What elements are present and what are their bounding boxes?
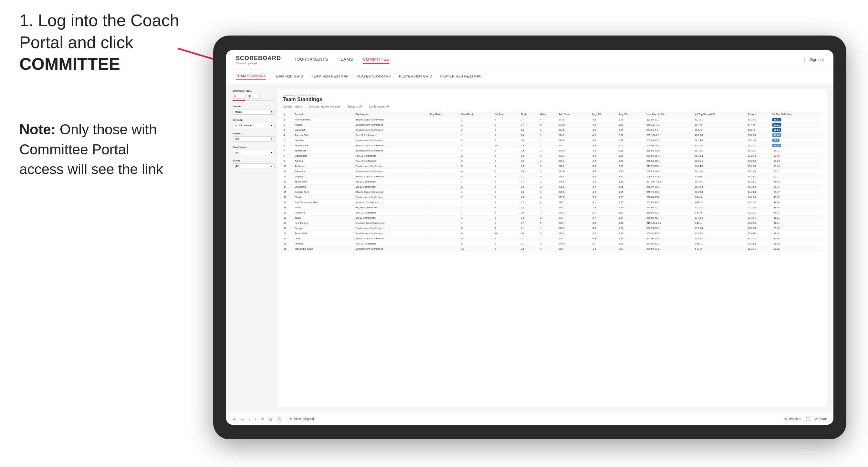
sidebar-max-val[interactable]: 30 [247,94,260,98]
sidebar-conference-control[interactable]: (All) ▾ [232,150,275,155]
undo-icon[interactable]: ↩ [232,417,236,422]
sidebar-region: Region N/A ▾ [232,132,275,142]
table-row: 5 Ole Miss Southeastern Conference - 3 6… [283,138,822,143]
filter-division: Division: NCAA Division I [309,105,341,108]
sidebar-conference: Conference (All) ▾ [232,146,275,155]
step-number: 1. [20,11,33,30]
content-panel: Update time: 27/03/2024 16:56:26 Team St… [278,90,827,407]
sub-nav-player-h2h-grid[interactable]: PLAYER H2H GRID [399,73,432,80]
table-row: 1 North Carolina Atlantic Coast Conferen… [283,117,822,122]
standings-table: # School Conference Reg Rank Conf Rank N… [283,112,822,252]
table-row: 4 Arizona State Pac-12 Conference - 1 8 … [283,133,822,138]
table-row: 3 Vanderbilt Southeastern Conference - 2… [283,128,822,133]
expand-icon[interactable]: ⛶ [806,417,809,422]
clock-icon[interactable]: 🕐 [277,417,282,422]
filter-gender: Gender: Men's [283,105,302,108]
col-adj-score: Adj. Score [558,112,591,117]
sub-nav: TEAM SUMMARY TEAM H2H GRID TEAM H2H HEAT… [226,69,833,83]
sign-out-button[interactable]: Sign out [804,58,824,62]
tablet-screen: SCOREBOARD Powered by clippd TOURNAMENTS… [226,50,833,425]
col-no-tour: No Tour [494,112,520,117]
redo-icon[interactable]: ↪ [241,417,244,422]
slider-fill [232,100,245,101]
table-row: 14 Oklahoma Big 12 Conference - 2 8 24 2… [283,184,822,190]
conference-filter-label: Conference: [369,105,385,108]
logo-text: SCOREBOARD [236,55,281,62]
view-original-button[interactable]: 👁 View: Original [286,416,317,422]
table-row: 20 Texas Big 12 Conference - 3 8 24 2 27… [283,215,822,221]
nav-teams[interactable]: TEAMS [338,55,353,64]
sidebar-school-control[interactable]: (All) ▾ [232,163,275,169]
sidebar-gender-control[interactable]: Men's ▾ [232,109,275,115]
sidebar-min-rounds-label: Minimum Rou... [232,90,275,92]
sidebar-gender-label: Gender [232,105,275,108]
back-icon[interactable]: ‹ [249,417,250,422]
sidebar-region-value: N/A [235,137,239,141]
table-row: 21 New Mexico Mountain West Conference -… [283,221,822,226]
bottom-toolbar: ↩ ↪ ‹ › ↻ ⧉ 🕐 👁 View: Original 👁 Watch ▾… [226,413,833,425]
sidebar-division-control[interactable]: NCAA Division I ▾ [232,123,275,128]
chevron-down-icon-5: ▾ [271,165,272,167]
main-content: Minimum Rou... 4 30 Gender Men's [226,83,833,413]
panel-header: Update time: 27/03/2024 16:56:26 Team St… [283,94,822,108]
note-area: Note: Only those with Committee Portal a… [20,120,175,179]
table-row: 2 Auburn Southeastern Conference - 1 9 2… [283,122,822,128]
sub-nav-team-h2h-grid[interactable]: TEAM H2H GRID [274,73,303,80]
table-row: 7 Tennessee Southeastern Conference - 4 … [283,148,822,153]
sub-nav-team-h2h-heatmap[interactable]: TEAM H2H HEATMAP [311,73,348,80]
region-filter-value: All [359,105,363,108]
division-filter-value: NCAA Division I [321,105,341,108]
sidebar-school-label: School [232,159,275,162]
nav-committee[interactable]: COMMITTEE [363,55,390,64]
tablet-frame: SCOREBOARD Powered by clippd TOURNAMENTS… [213,35,846,439]
sidebar-school: School (All) ▾ [232,159,275,169]
eye-icon: 👁 [289,417,293,421]
sidebar-conference-label: Conference [232,146,275,149]
col-wins: Wins [539,112,558,117]
sub-nav-player-h2h-heatmap[interactable]: PLAYER H2H HEATMAP [440,73,482,80]
table-row: 25 Oregon Pac-12 Conference - 5 7 21 0 2… [283,241,822,246]
gender-filter-value: Men's [294,105,302,108]
share-icon: ↗ [814,417,817,421]
watch-icon: 👁 [784,417,787,421]
view-original-label: View: Original [294,417,314,421]
table-row: 9 Arizona Pac-12 Conference - 3 8 24 4 2… [283,159,822,164]
copy-icon[interactable]: ⧉ [269,417,272,422]
table-row: 19 California Pac-12 Conference - 4 8 24… [283,210,822,215]
col-avg-sg: Avg. SG [591,112,618,117]
share-label: Share [818,417,827,421]
sub-nav-team-summary[interactable]: TEAM SUMMARY [236,72,266,80]
table-row: 8 Washington Pac-12 Conference - 2 8 23 … [283,153,822,159]
col-rnds: Rnds [520,112,539,117]
watch-chevron: ▾ [799,417,801,421]
chevron-down-icon: ▾ [271,111,272,113]
logo-area: SCOREBOARD Powered by clippd [236,55,281,65]
chevron-down-icon-2: ▾ [271,124,272,127]
app-header: SCOREBOARD Powered by clippd TOURNAMENTS… [226,50,833,69]
table-row: 12 Virginia Atlantic Coast Conference - … [283,174,822,179]
sidebar-division: Division NCAA Division I ▾ [232,119,275,128]
col-vs-top-25: Vs Top Record 25 [694,112,747,117]
table-row: 22 Georgia Southeastern Conference - 8 7… [283,226,822,231]
division-filter-label: Division: [309,105,319,108]
share-button[interactable]: ↗ Share [814,417,827,421]
col-low-overall: Low Overall Rd. [645,112,694,117]
table-row: 18 Illinois Big Ten Conference - 1 8 23 … [283,205,822,210]
chevron-down-icon-4: ▾ [271,151,272,154]
watch-button[interactable]: 👁 Watch ▾ [784,417,801,421]
sidebar-school-value: (All) [235,165,239,167]
update-time: Update time: 27/03/2024 16:56:26 [283,94,822,97]
sidebar-gender: Gender Men's ▾ [232,105,275,115]
sidebar-min-val[interactable]: 4 [232,94,246,98]
nav-tournaments[interactable]: TOURNAMENTS [294,55,328,64]
sidebar-region-control[interactable]: N/A ▾ [232,136,275,142]
sidebar-conference-value: (All) [235,151,239,154]
table-row: 17 East Tennessee State Southern Confere… [283,200,822,205]
refresh-icon[interactable]: ↻ [261,417,264,422]
sidebar-slider[interactable] [232,100,275,101]
sub-nav-player-summary[interactable]: PLAYER SUMMARY [356,73,391,80]
table-row: 23 Texas A&M Southeastern Conference - 9… [283,231,822,236]
table-row: 16 Florida Southeastern Conference - 7 9… [283,195,822,200]
forward-icon[interactable]: › [255,417,256,422]
table-body: 1 North Carolina Atlantic Coast Conferen… [283,117,822,252]
